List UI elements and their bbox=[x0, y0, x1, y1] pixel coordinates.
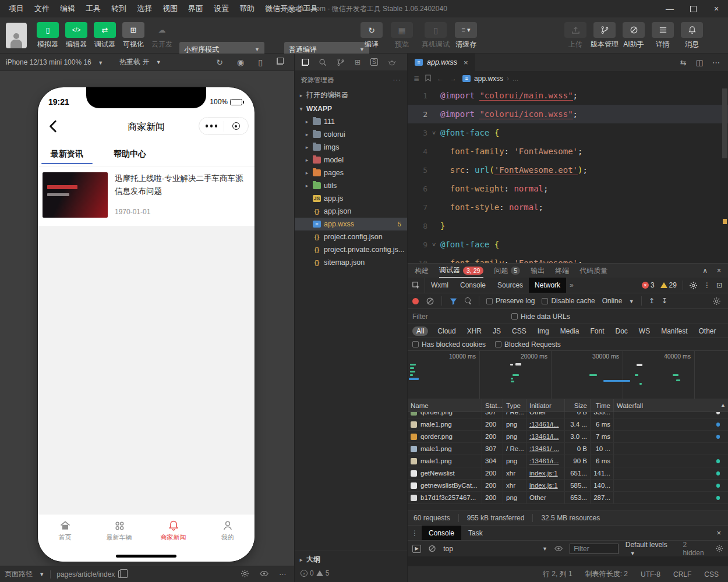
toggle-editor-icon[interactable]: ⇆ bbox=[680, 58, 687, 67]
more-menu-icon[interactable] bbox=[199, 125, 224, 127]
tree-item-colorui[interactable]: ▸colorui bbox=[295, 128, 407, 141]
fold-icon[interactable]: ˅ bbox=[427, 130, 440, 136]
menu-item-选择[interactable]: 选择 bbox=[132, 0, 157, 17]
column-header-Waterfall[interactable]: Waterfall▲ bbox=[614, 399, 728, 411]
preserve-log-checkbox[interactable]: Preserve log bbox=[486, 297, 535, 305]
console-tab-Task[interactable]: Task bbox=[461, 526, 490, 540]
table-row[interactable]: male1.png304png:13461/i...90 B6 ms bbox=[408, 455, 728, 467]
console-settings-icon[interactable] bbox=[715, 544, 723, 553]
column-header-Stat...[interactable]: Stat... bbox=[482, 399, 503, 411]
initiator-link[interactable]: index.js:1 bbox=[529, 470, 558, 477]
type-filter-Img[interactable]: Img bbox=[536, 327, 551, 336]
clear-console-icon[interactable] bbox=[428, 544, 436, 553]
close-button[interactable]: × bbox=[705, 0, 728, 17]
type-filter-Manifest[interactable]: Manifest bbox=[659, 327, 689, 336]
console-filter-input[interactable]: Filter bbox=[570, 544, 619, 554]
column-header-Size[interactable]: Size bbox=[565, 399, 591, 411]
code-editor[interactable]: 1@import "colorui/main.wxss";2@import "c… bbox=[408, 86, 728, 263]
eye-icon[interactable] bbox=[260, 569, 268, 580]
editor-scrollbar[interactable] bbox=[721, 86, 728, 263]
close-tab-icon[interactable]: × bbox=[464, 58, 468, 67]
table-row[interactable]: b17d1f3c257467...200pngOther653...287... bbox=[408, 492, 728, 504]
has-blocked-cookies-checkbox[interactable]: Has blocked cookies bbox=[412, 340, 486, 349]
hot-reload-toggle[interactable]: 热重载 开 ▼ bbox=[119, 57, 161, 67]
tree-item-imgs[interactable]: ▸imgs bbox=[295, 141, 407, 154]
hide-data-urls-checkbox[interactable]: Hide data URLs bbox=[511, 313, 570, 321]
tree-item-project.private.config.js...[interactable]: {}project.private.config.js... bbox=[295, 243, 407, 256]
initiator-link[interactable]: :13461/i... bbox=[529, 421, 559, 428]
refresh-icon[interactable]: ↻ bbox=[216, 58, 223, 67]
menu-item-视图[interactable]: 视图 bbox=[157, 0, 183, 17]
maximize-button[interactable] bbox=[681, 0, 705, 17]
tabbar-item-商家新闻[interactable]: 商家新闻 bbox=[146, 514, 200, 546]
status-item[interactable]: 行 2, 列 1 bbox=[543, 569, 572, 579]
devtools-tab-Sources[interactable]: Sources bbox=[492, 278, 529, 293]
initiator-link[interactable]: :13461/i... bbox=[529, 457, 559, 464]
type-filter-CSS[interactable]: CSS bbox=[510, 327, 528, 336]
phone-frame-icon[interactable]: ▯ bbox=[258, 58, 263, 67]
tree-item-app.js[interactable]: JSapp.js bbox=[295, 192, 407, 205]
context-select[interactable]: top▼ bbox=[443, 545, 547, 553]
kebab-menu-icon[interactable]: ⋮ bbox=[408, 529, 422, 537]
panel-tab-代码质量[interactable]: 代码质量 bbox=[579, 264, 607, 278]
record-icon[interactable]: ◉ bbox=[237, 58, 244, 67]
log-levels-select[interactable]: Default levels ▼ bbox=[625, 541, 676, 557]
close-console-icon[interactable]: × bbox=[716, 528, 728, 537]
disable-cache-checkbox[interactable]: Disable cache bbox=[542, 297, 595, 305]
nav-back-icon[interactable]: ← bbox=[437, 74, 444, 83]
dock-side-icon[interactable]: ⊡ bbox=[716, 281, 722, 289]
toolbar-button-模拟器[interactable]: ▯模拟器 bbox=[33, 22, 63, 49]
article-tab-最新资讯[interactable]: 最新资讯 bbox=[48, 142, 86, 166]
sitemap-icon[interactable]: S bbox=[370, 58, 378, 66]
error-count[interactable]: ×3 bbox=[642, 281, 655, 289]
compile-condition-icon[interactable] bbox=[241, 569, 249, 580]
type-filter-All[interactable]: All bbox=[412, 327, 428, 336]
eval-context-icon[interactable]: ▶ bbox=[412, 545, 421, 553]
gear-icon[interactable] bbox=[689, 281, 698, 290]
multi-window-icon[interactable] bbox=[277, 58, 284, 65]
toolbar-button-消息[interactable]: 消息 bbox=[676, 22, 708, 49]
outline-icon[interactable]: ≣ bbox=[414, 74, 419, 83]
tree-item-111[interactable]: ▸111 bbox=[295, 115, 407, 128]
type-filter-Media[interactable]: Media bbox=[559, 327, 581, 336]
toolbar-button-清缓存[interactable]: ≡ ▾清缓存 bbox=[447, 22, 485, 49]
menu-item-文件[interactable]: 文件 bbox=[29, 0, 55, 17]
more-tabs-icon[interactable]: » bbox=[566, 281, 577, 289]
menu-item-工具[interactable]: 工具 bbox=[80, 0, 106, 17]
search-icon[interactable] bbox=[465, 297, 472, 304]
network-timeline[interactable]: 10000 ms20000 ms30000 ms40000 ms bbox=[408, 351, 728, 399]
menu-item-编辑[interactable]: 编辑 bbox=[55, 0, 80, 17]
inspect-icon[interactable] bbox=[408, 278, 425, 293]
close-panel-icon[interactable]: × bbox=[717, 267, 721, 275]
table-row[interactable]: getnewslistByCat...200xhrindex.js:1585..… bbox=[408, 480, 728, 492]
files-icon[interactable] bbox=[302, 59, 309, 66]
menu-item-界面[interactable]: 界面 bbox=[183, 0, 208, 17]
tabbar-item-首页[interactable]: 首页 bbox=[38, 514, 92, 546]
type-filter-Other[interactable]: Other bbox=[697, 327, 718, 336]
toolbar-button-云开发[interactable]: ☁云开发 bbox=[147, 22, 177, 49]
column-header-Initiator[interactable]: Initiator bbox=[526, 399, 565, 411]
toolbar-button-调试器[interactable]: ⇄调试器 bbox=[90, 22, 120, 49]
open-editors-section[interactable]: ▸打开的编辑器 bbox=[295, 88, 407, 102]
split-editor-icon[interactable]: ◫ bbox=[696, 58, 703, 67]
devtools-tab-Network[interactable]: Network bbox=[529, 278, 566, 293]
status-item[interactable]: 制表符长度: 2 bbox=[585, 569, 628, 579]
copy-icon[interactable] bbox=[118, 570, 125, 578]
column-header-Name[interactable]: Name bbox=[408, 399, 482, 411]
devtools-tab-Wxml[interactable]: Wxml bbox=[425, 278, 454, 293]
tab-app-wxss[interactable]: ≡ app.wxss × bbox=[408, 54, 475, 71]
tabbar-item-我的[interactable]: 我的 bbox=[200, 514, 255, 546]
panel-tab-问题[interactable]: 问题5 bbox=[494, 264, 520, 278]
throttle-select[interactable]: Online ▼ bbox=[602, 297, 634, 305]
initiator-link[interactable]: :13461/i... bbox=[529, 433, 559, 440]
type-filter-JS[interactable]: JS bbox=[491, 327, 503, 336]
panel-tab-构建[interactable]: 构建 bbox=[415, 264, 429, 278]
type-filter-Doc[interactable]: Doc bbox=[613, 327, 629, 336]
more-icon[interactable]: ⋯ bbox=[279, 570, 286, 579]
search-icon[interactable] bbox=[319, 58, 327, 66]
tree-item-app.wxss[interactable]: ≡app.wxss5 bbox=[295, 218, 407, 230]
table-row[interactable]: male1.png307/ Re...:13461/ ...0 B10 ... bbox=[408, 443, 728, 455]
network-filter-input[interactable]: Filter bbox=[412, 313, 500, 321]
git-branch-icon[interactable] bbox=[337, 58, 345, 66]
news-list-item[interactable]: 迅摩托上线啦-专业解决二手车商车源信息发布问题 1970-01-01 bbox=[38, 166, 255, 226]
